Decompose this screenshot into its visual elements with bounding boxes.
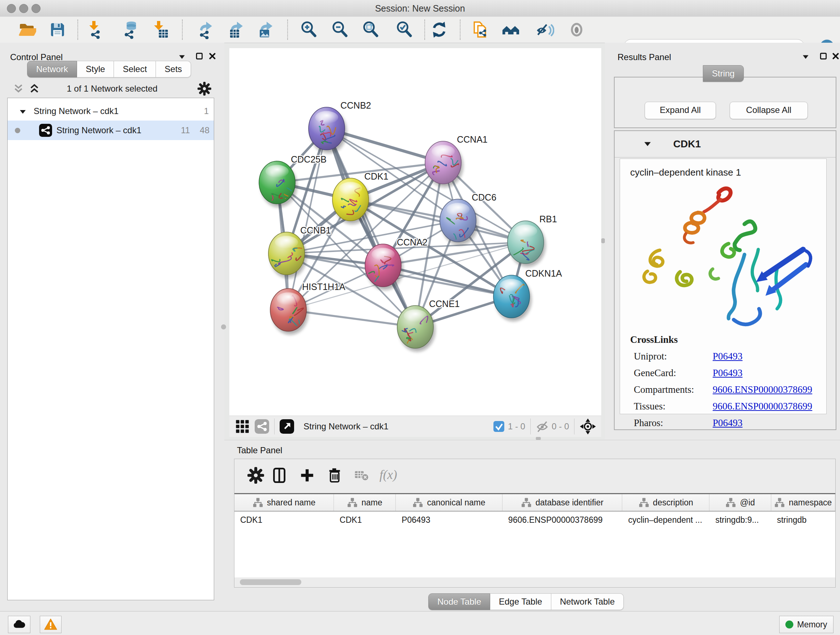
network-node-CCNA2[interactable]	[365, 244, 403, 290]
network-row-selected[interactable]: String Network – cdk1 11 48	[8, 120, 214, 140]
function-builder-icon[interactable]: f(x)	[379, 467, 403, 484]
column-header--id[interactable]: @id	[709, 494, 771, 511]
collapse-all-button[interactable]: Collapse All	[729, 102, 808, 119]
table-cell[interactable]: cyclin–dependent ...	[622, 511, 709, 528]
export-network-icon[interactable]	[197, 20, 216, 39]
node-label-CCNB2: CCNB2	[340, 100, 371, 111]
zoom-selected-icon[interactable]	[395, 20, 414, 39]
table-cell[interactable]: 9606.ENSP00000378699	[502, 511, 622, 528]
warning-button[interactable]	[40, 616, 62, 633]
table-cell[interactable]: CDK1	[234, 511, 334, 528]
collapse-section-icon[interactable]	[644, 140, 652, 148]
import-network-icon[interactable]	[86, 20, 105, 39]
crosslink-link[interactable]: 9606.ENSP00000378699	[713, 401, 812, 412]
tab-style[interactable]: Style	[77, 61, 114, 78]
network-node-CCNE1[interactable]	[397, 306, 435, 352]
save-session-icon[interactable]	[48, 20, 67, 39]
column-header-name[interactable]: name	[334, 494, 396, 511]
panel-menu-icon[interactable]	[178, 53, 186, 61]
crosslink-link[interactable]: 9606.ENSP00000378699	[713, 384, 812, 395]
network-canvas[interactable]: CCNB2CCNA1CDC25BCDK1CDC6RB1CCNB1CCNA2CDK…	[229, 48, 601, 416]
close-panel-icon[interactable]	[832, 52, 840, 60]
panel-menu-icon[interactable]	[802, 53, 810, 61]
cloud-button[interactable]	[8, 616, 30, 633]
import-database-icon[interactable]	[121, 20, 140, 39]
node-label-RB1: RB1	[539, 214, 557, 224]
table-cell[interactable]: stringdb:9...	[709, 511, 771, 528]
import-table-icon[interactable]	[151, 20, 170, 39]
string-network-badge-icon	[39, 124, 52, 137]
zoom-in-icon[interactable]	[300, 20, 318, 39]
delete-table-icon[interactable]	[354, 467, 370, 484]
export-image-icon[interactable]	[257, 20, 276, 39]
horizontal-scrollbar[interactable]	[240, 579, 302, 585]
tab-network[interactable]: Network	[27, 61, 77, 78]
expand-all-button[interactable]: Expand All	[645, 102, 716, 119]
zoom-fit-icon[interactable]	[362, 20, 380, 39]
left-splitter-handle[interactable]	[221, 325, 226, 329]
tab-network-table[interactable]: Network Table	[551, 593, 624, 610]
toolbar-separator	[424, 19, 425, 40]
crosslink-link[interactable]: P06493	[713, 417, 743, 429]
cytoscape-window: Session: New Session ? Control Panel Net…	[0, 0, 840, 635]
table-cell[interactable]: P06493	[396, 511, 502, 528]
expand-all-icon[interactable]	[29, 83, 40, 94]
table-cell[interactable]: CDK1	[334, 511, 396, 528]
home-icon[interactable]	[501, 20, 520, 39]
node-label-CCNA2: CCNA2	[397, 237, 428, 247]
table-row[interactable]: CDK1CDK1P064939606.ENSP00000378699cyclin…	[234, 511, 835, 528]
tab-sets[interactable]: Sets	[156, 61, 191, 78]
tab-node-table[interactable]: Node Table	[428, 593, 490, 610]
network-node-CCNB1[interactable]	[268, 232, 306, 278]
birdseye-view-icon[interactable]	[279, 419, 294, 434]
gene-section-header[interactable]: CDK1	[615, 131, 836, 157]
table-panel-title: Table Panel	[237, 445, 282, 455]
network-node-CDC6[interactable]	[440, 199, 478, 245]
selected-checkbox-icon[interactable]	[493, 421, 504, 432]
network-view-icon[interactable]	[255, 419, 269, 434]
crosslink-link[interactable]: P06493	[713, 351, 743, 362]
network-node-RB1[interactable]	[508, 221, 546, 267]
gear-icon[interactable]	[248, 467, 264, 484]
add-column-icon[interactable]	[299, 467, 316, 484]
tab-select[interactable]: Select	[114, 61, 156, 78]
collapse-all-icon[interactable]	[13, 83, 24, 94]
column-header-shared-name[interactable]: shared name	[234, 494, 334, 511]
columns-icon[interactable]	[271, 467, 287, 484]
toolbar-separator	[182, 19, 183, 40]
tree-expand-icon[interactable]	[19, 108, 27, 115]
network-status-dot	[15, 128, 20, 133]
column-header-database-identifier[interactable]: database identifier	[502, 494, 622, 511]
float-panel-icon[interactable]	[195, 52, 203, 60]
node-label-CDC6: CDC6	[472, 192, 496, 203]
network-collection-row[interactable]: String Network – cdk1 1	[8, 102, 214, 120]
document-network-icon[interactable]	[471, 20, 490, 39]
column-header-namespace[interactable]: namespace	[771, 494, 835, 511]
network-node-CCNB2[interactable]	[309, 107, 347, 153]
fit-center-icon[interactable]	[579, 418, 596, 435]
memory-button[interactable]: Memory	[779, 616, 834, 633]
show-all-icon[interactable]	[567, 20, 586, 39]
crosslink-link[interactable]: P06493	[713, 367, 743, 379]
refresh-icon[interactable]	[430, 20, 448, 39]
network-edge[interactable]	[327, 128, 415, 327]
grid-view-icon[interactable]	[235, 419, 249, 434]
table-tabs: Node TableEdge TableNetwork Table	[428, 593, 624, 610]
export-table-icon[interactable]	[228, 20, 247, 39]
table-cell[interactable]: stringdb	[771, 511, 835, 528]
tab-edge-table[interactable]: Edge Table	[490, 593, 551, 610]
gear-icon[interactable]	[197, 82, 211, 96]
hide-selected-icon[interactable]	[535, 20, 554, 39]
column-header-description[interactable]: description	[622, 494, 709, 511]
column-header-canonical-name[interactable]: canonical name	[396, 494, 502, 511]
network-node-CCNA1[interactable]	[425, 141, 463, 187]
tab-string[interactable]: String	[703, 65, 744, 82]
delete-column-icon[interactable]	[326, 467, 343, 484]
float-panel-icon[interactable]	[819, 52, 827, 60]
open-session-icon[interactable]	[17, 20, 36, 39]
zoom-out-icon[interactable]	[331, 20, 349, 39]
network-node-CDK1[interactable]	[332, 178, 370, 224]
network-node-CDKN1A[interactable]	[493, 275, 531, 321]
close-panel-icon[interactable]	[208, 52, 216, 60]
edge-count: 48	[200, 125, 210, 135]
